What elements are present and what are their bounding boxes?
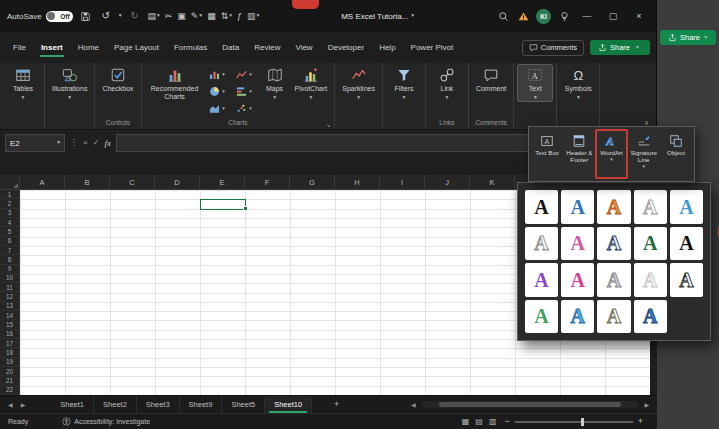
row-header-2[interactable]: 2 — [0, 199, 20, 208]
row-header-9[interactable]: 9 — [0, 265, 20, 274]
comments-button[interactable]: Comments — [522, 40, 584, 56]
sheet-tab-sheet1[interactable]: Sheet1 — [51, 396, 94, 413]
wordart-style-9[interactable]: A — [597, 227, 630, 261]
wordart-style-12[interactable]: A — [525, 263, 558, 297]
close-button[interactable]: × — [629, 0, 649, 32]
select-all-button[interactable] — [0, 175, 20, 190]
row-header-15[interactable]: 15 — [0, 320, 20, 329]
column-header-c[interactable]: C — [110, 175, 155, 190]
menu-item-signature-line[interactable]: Signature Line▾ — [628, 129, 660, 179]
scroll-left-button[interactable]: ◀ — [407, 402, 420, 408]
selected-cell[interactable] — [200, 199, 246, 209]
line-chart-button[interactable]: ▾ — [231, 69, 258, 80]
ribbon-button-recommended-charts[interactable]: Recommended Charts — [146, 65, 204, 101]
area-chart-button[interactable]: ▾ — [204, 103, 231, 114]
row-header-4[interactable]: 4 — [0, 218, 20, 227]
insert-function-button[interactable]: fx — [104, 139, 111, 148]
ribbon-tab-file[interactable]: File — [6, 39, 33, 56]
ribbon-button-comment[interactable]: Comment — [473, 65, 509, 93]
row-header-5[interactable]: 5 — [0, 227, 20, 236]
sort-button[interactable]: ⇅▾ — [221, 12, 232, 21]
page-layout-view-button[interactable]: ▤ — [475, 418, 483, 426]
zoom-slider[interactable] — [515, 421, 633, 423]
menu-item-header-footer[interactable]: Header & Footer — [563, 129, 595, 179]
scatter-chart-button[interactable]: ▾ — [231, 103, 258, 114]
wordart-style-14[interactable]: A — [597, 263, 630, 297]
ribbon-button-symbols[interactable]: ΩSymbols▾ — [561, 65, 595, 101]
share-button[interactable]: Share ▾ — [590, 40, 650, 55]
wordart-style-20[interactable]: A — [634, 300, 667, 334]
wordart-style-19[interactable]: A — [597, 300, 630, 334]
pie-chart-button[interactable]: ▾ — [204, 86, 231, 97]
column-header-d[interactable]: D — [155, 175, 200, 190]
accessibility-status[interactable]: Accessibility: Investigate — [62, 417, 150, 426]
menu-item-text-box[interactable]: AText Box — [531, 129, 563, 179]
column-header-b[interactable]: B — [65, 175, 110, 190]
page-break-view-button[interactable]: ▥ — [489, 418, 497, 426]
row-header-20[interactable]: 20 — [0, 367, 20, 376]
new-sheet-button[interactable]: + — [328, 400, 345, 409]
sheet-nav-left-button[interactable]: ◀ — [4, 402, 17, 408]
wordart-style-11[interactable]: A — [670, 227, 703, 261]
sheet-tab-sheet9[interactable]: Sheet9 — [180, 396, 223, 413]
save-button[interactable] — [79, 9, 93, 23]
column-header-i[interactable]: I — [380, 175, 425, 190]
sheet-tab-sheet2[interactable]: Sheet2 — [94, 396, 137, 413]
horizontal-scrollbar[interactable]: ◀ ▶ — [407, 401, 653, 408]
ribbon-tab-review[interactable]: Review — [247, 39, 287, 56]
row-header-13[interactable]: 13 — [0, 302, 20, 311]
freeze-panes-button[interactable]: ▥▾ — [247, 12, 259, 21]
ribbon-button-sparklines[interactable]: Sparklines▾ — [339, 65, 378, 101]
row-header-8[interactable]: 8 — [0, 255, 20, 264]
external-share-button[interactable]: Share ▾ — [660, 30, 716, 45]
ribbon-button-text[interactable]: AText▾ — [518, 65, 552, 101]
wordart-style-1[interactable]: A — [525, 190, 558, 224]
row-header-10[interactable]: 10 — [0, 274, 20, 283]
wordart-style-17[interactable]: A — [525, 300, 558, 334]
ribbon-tab-view[interactable]: View — [288, 39, 319, 56]
row-header-21[interactable]: 21 — [0, 376, 20, 385]
ribbon-tab-page-layout[interactable]: Page Layout — [107, 39, 166, 56]
row-header-3[interactable]: 3 — [0, 209, 20, 218]
sheet-tab-sheet10[interactable]: Sheet10 — [265, 396, 312, 413]
column-header-e[interactable]: E — [200, 175, 245, 190]
row-header-6[interactable]: 6 — [0, 237, 20, 246]
maximize-button[interactable]: ▢ — [603, 0, 623, 32]
wordart-style-7[interactable]: A — [561, 227, 594, 261]
sheet-tab-sheet3[interactable]: Sheet3 — [137, 396, 180, 413]
row-header-22[interactable]: 22 — [0, 386, 20, 395]
copy-button[interactable]: ▣ — [177, 12, 186, 21]
ribbon-button-illustrations[interactable]: Illustrations▾ — [49, 65, 90, 101]
row-header-17[interactable]: 17 — [0, 339, 20, 348]
normal-view-button[interactable]: ▦ — [462, 418, 470, 426]
wordart-style-5[interactable]: A — [670, 190, 703, 224]
wordart-style-10[interactable]: A — [634, 227, 667, 261]
column-header-k[interactable]: K — [470, 175, 515, 190]
row-header-7[interactable]: 7 — [0, 246, 20, 255]
row-header-1[interactable]: 1 — [0, 190, 20, 199]
function-button[interactable]: ƒ — [237, 12, 242, 21]
column-header-j[interactable]: J — [425, 175, 470, 190]
wordart-style-16[interactable]: A — [670, 263, 703, 297]
column-header-h[interactable]: H — [335, 175, 380, 190]
chevron-down-icon[interactable]: ▾ — [119, 13, 122, 19]
ribbon-button-maps[interactable]: Maps▾ — [258, 65, 292, 101]
name-box[interactable]: E2 ▾ — [5, 134, 65, 152]
row-header-11[interactable]: 11 — [0, 283, 20, 292]
warning-icon[interactable] — [516, 9, 530, 23]
ribbon-tab-home[interactable]: Home — [71, 39, 106, 56]
wordart-style-15[interactable]: A — [634, 263, 667, 297]
lightbulb-icon[interactable] — [557, 9, 571, 23]
ribbon-button-link[interactable]: Link▾ — [430, 65, 464, 101]
scrollbar-track[interactable] — [422, 401, 639, 408]
zoom-slider-thumb[interactable] — [581, 418, 584, 426]
ribbon-button-pivotchart[interactable]: PivotChart▾ — [292, 65, 331, 101]
collapse-ribbon-button[interactable]: ∧ — [644, 119, 649, 126]
ribbon-tab-data[interactable]: Data — [215, 39, 246, 56]
row-header-19[interactable]: 19 — [0, 358, 20, 367]
ribbon-button-filters[interactable]: Filters▾ — [387, 65, 421, 101]
sheet-tab-sheet5[interactable]: Sheet5 — [222, 396, 265, 413]
document-title[interactable]: MS Excel Tutoria... ▾ — [341, 12, 414, 21]
insert-table-button[interactable]: ▦ — [207, 12, 216, 21]
undo-button[interactable]: ↺ — [99, 9, 113, 23]
